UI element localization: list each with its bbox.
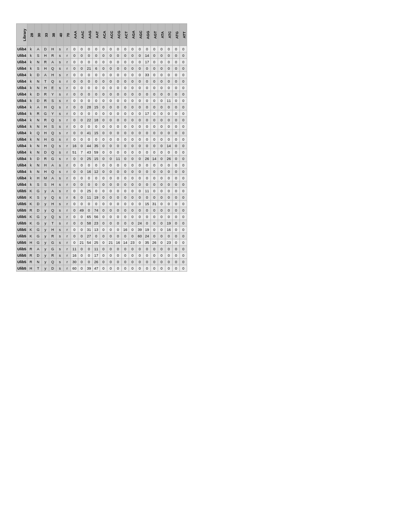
table-cell: s — [56, 259, 64, 265]
table-cell: 0 — [158, 181, 165, 188]
table-cell: S — [49, 98, 56, 104]
table-cell: 0 — [115, 85, 122, 91]
table-cell: 0 — [129, 168, 136, 175]
table-cell: 0 — [165, 110, 173, 117]
table-cell: 0 — [136, 123, 144, 130]
table-cell: 0 — [151, 59, 158, 65]
table-cell: 0 — [78, 78, 86, 85]
table-row: Ulib4kDRSsr00000000000001100 — [17, 98, 187, 104]
table-cell: 0 — [158, 143, 165, 149]
page: Library283033384070AAAAACAAGAATACAACCACG… — [0, 0, 413, 532]
table-cell: S — [35, 65, 42, 72]
table-cell: 0 — [78, 85, 86, 91]
table-cell: H — [42, 52, 49, 59]
table-cell: 0 — [180, 130, 187, 136]
table-cell: 14 — [144, 52, 151, 59]
column-header-row: Library283033384070AAAAACAAGAATACAACCACG… — [17, 24, 187, 46]
table-cell: r — [64, 130, 71, 136]
table-cell: 0 — [100, 91, 107, 98]
table-cell: 0 — [136, 143, 144, 149]
page-header — [16, 8, 397, 11]
table-cell: K — [27, 188, 35, 194]
table-cell: 26 — [165, 156, 173, 162]
table-cell: k — [27, 175, 35, 181]
table-cell: 0 — [144, 265, 151, 272]
table-cell: r — [64, 46, 71, 52]
table-cell: 0 — [78, 194, 86, 201]
table-cell: 0 — [86, 85, 93, 91]
table-cell: Ulib4 — [17, 110, 27, 117]
table-cell: 0 — [180, 246, 187, 252]
table-cell: 0 — [165, 136, 173, 143]
col-header-aca: ACA — [100, 24, 107, 46]
table-cell: y — [42, 233, 49, 239]
table-cell: 0 — [71, 233, 78, 239]
table-cell: 0 — [71, 214, 78, 220]
table-cell: 0 — [136, 104, 144, 110]
table-cell: 0 — [122, 123, 129, 130]
table-cell: 0 — [165, 149, 173, 156]
col-header-act: ACT — [122, 24, 129, 46]
table-cell: 0 — [107, 91, 115, 98]
table-cell: r — [64, 98, 71, 104]
table-cell: 0 — [180, 59, 187, 65]
table-cell: s — [56, 72, 64, 78]
table-cell: 0 — [78, 136, 86, 143]
table-cell: A — [49, 175, 56, 181]
table-cell: 0 — [129, 162, 136, 168]
table-cell: 0 — [122, 156, 129, 162]
table-cell: 16 — [122, 227, 129, 233]
table-cell: 0 — [100, 194, 107, 201]
table-cell: s — [56, 239, 64, 246]
table-cell: s — [56, 117, 64, 123]
table-cell: 19 — [165, 220, 173, 227]
table-cell: 0 — [122, 181, 129, 188]
table-cell: 0 — [115, 246, 122, 252]
table-cell: Ulib5 — [17, 227, 27, 233]
table-cell: 0 — [136, 207, 144, 214]
table-cell: 0 — [180, 65, 187, 72]
table-cell: 0 — [71, 59, 78, 65]
table-cell: 0 — [93, 181, 100, 188]
table-cell: 65 — [86, 214, 93, 220]
table-cell: Ulib4 — [17, 104, 27, 110]
table-cell: N — [35, 85, 42, 91]
table-cell: K — [27, 220, 35, 227]
table-cell: 0 — [180, 181, 187, 188]
table-cell: 0 — [100, 181, 107, 188]
table-cell: 0 — [158, 136, 165, 143]
table-cell: R — [35, 110, 42, 117]
table-cell: 0 — [93, 175, 100, 181]
table-cell: G — [42, 110, 49, 117]
table-cell: 35 — [93, 143, 100, 149]
table-cell: 0 — [71, 46, 78, 52]
table-cell: 0 — [71, 175, 78, 181]
col-header-aag: AAG — [86, 24, 93, 46]
table-cell: Y — [49, 110, 56, 117]
table-cell: 0 — [107, 265, 115, 272]
table-cell: D — [35, 252, 42, 259]
table-cell: k — [27, 98, 35, 104]
table-cell: 25 — [86, 156, 93, 162]
table-cell: r — [64, 265, 71, 272]
table-cell: 0 — [151, 52, 158, 59]
table-cell: 16 — [165, 227, 173, 233]
table-cell: r — [64, 123, 71, 130]
table-cell: 0 — [165, 259, 173, 265]
col-header-ata: ATA — [158, 24, 165, 46]
table-cell: s — [56, 233, 64, 239]
table-cell: 0 — [78, 104, 86, 110]
table-cell: 0 — [122, 91, 129, 98]
table-cell: 0 — [180, 220, 187, 227]
table-cell: 0 — [86, 162, 93, 168]
table-cell: 0 — [173, 188, 180, 194]
table-cell: 0 — [78, 72, 86, 78]
table-cell: 0 — [151, 110, 158, 117]
table-cell: 15 — [144, 201, 151, 207]
table-cell: Ulib5 — [17, 201, 27, 207]
col-header-28: 28 — [27, 24, 35, 46]
table-cell: 0 — [165, 188, 173, 194]
table-cell: 0 — [86, 246, 93, 252]
table-cell: 0 — [93, 188, 100, 194]
table-cell: 0 — [151, 207, 158, 214]
